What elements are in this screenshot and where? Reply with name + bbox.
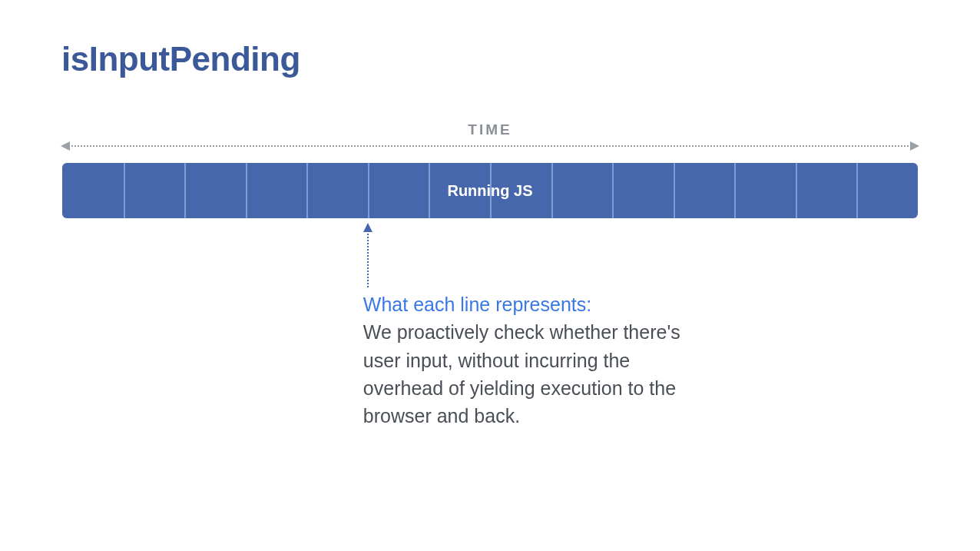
bar-tick [796,163,797,218]
bar-tick [734,163,736,218]
callout-text: What each line represents: We proactivel… [363,290,694,430]
svg-marker-0 [61,141,70,151]
bar-tick [246,163,247,218]
bar-tick [674,163,675,218]
callout-pointer-line [367,231,369,287]
bar-tick [490,163,492,218]
callout-pointer [363,223,372,287]
time-axis-line [68,145,912,147]
time-axis [62,141,918,151]
bar-tick [551,163,553,218]
bar-tick [184,163,186,218]
bar-tick [306,163,308,218]
bar-tick [429,163,430,218]
bar-tick [856,163,858,218]
svg-marker-1 [910,141,919,151]
bar-tick [124,163,125,218]
bar-tick [612,163,614,218]
time-axis-label: TIME [61,121,919,138]
arrow-left-icon [61,141,70,151]
slide: isInputPending TIME Running JS What each… [0,0,980,551]
bar-tick [368,163,369,218]
arrow-right-icon [910,141,919,151]
running-js-bar: Running JS [62,163,918,218]
callout-lead: What each line represents: [363,294,591,315]
page-title: isInputPending [61,40,919,78]
callout-body: We proactively check whether there's use… [363,321,680,427]
